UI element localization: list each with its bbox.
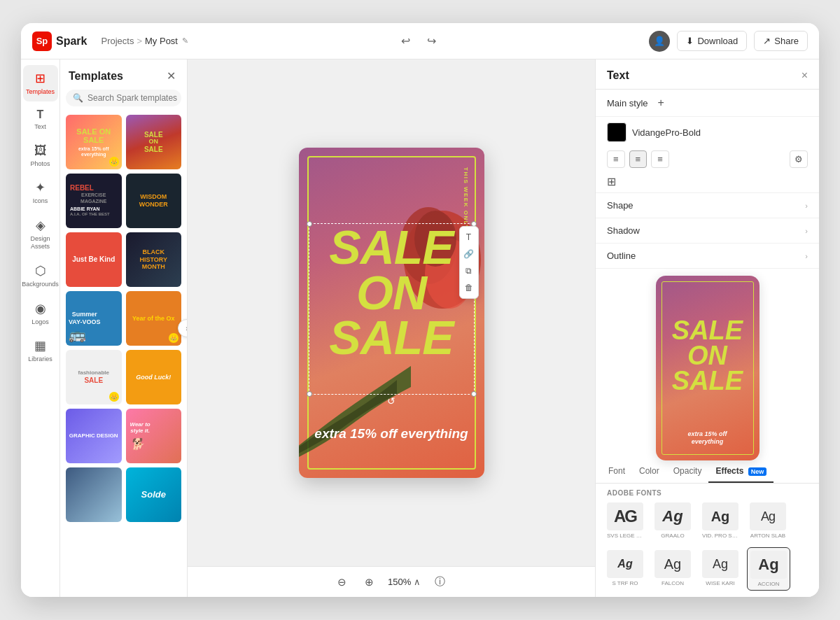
panel-title: Templates (69, 70, 123, 83)
text-settings-button[interactable]: ⚙ (790, 150, 808, 168)
font-item-8[interactable]: Ag ROSEC (604, 596, 646, 597)
color-swatch[interactable] (607, 122, 626, 142)
icons-icon: ✦ (35, 180, 46, 195)
breadcrumb: Projects > My Post ✎ (101, 36, 188, 46)
tab-font[interactable]: Font (601, 460, 632, 483)
font-item-5[interactable]: Ag FALCON (652, 547, 694, 591)
font-item-3[interactable]: Ag ARTON SLAB (747, 500, 789, 542)
font-item-1[interactable]: Ag GRAALO (652, 500, 694, 542)
template-row: fashionable SALE 👑 Good Luck! (66, 350, 181, 404)
template-thumb-13[interactable] (66, 467, 122, 522)
redo-button[interactable]: ↪ (423, 31, 440, 50)
avatar[interactable]: 👤 (649, 31, 670, 52)
icon-sidebar: ⊞ Templates T Text 🖼 Photos ✦ Icons ◈ De… (21, 59, 60, 597)
font-item-2[interactable]: Ag VID. PRO SEMI (699, 500, 741, 542)
template-thumb-11[interactable]: GRAPHIC DESIGN (66, 409, 122, 463)
template-thumb-14[interactable]: Solde (126, 467, 182, 522)
backgrounds-label: Backgrounds (22, 281, 59, 288)
share-button[interactable]: ↗ Share (754, 31, 808, 51)
context-menu-copy[interactable]: ⧉ (460, 262, 478, 279)
text-icon: T (37, 108, 44, 121)
template-thumb-2[interactable]: SALE ON SALE (126, 115, 182, 169)
font-item-ag[interactable]: AG SVS LEGE VOC (604, 500, 646, 542)
sidebar-item-photos[interactable]: 🖼 Photos (23, 138, 58, 174)
canvas-sub-text[interactable]: extra 15% off everything (312, 425, 472, 443)
edit-title-icon[interactable]: ✎ (182, 36, 188, 45)
zoom-out-button[interactable]: ⊖ (333, 573, 351, 591)
font-item-4[interactable]: Ag S TRF RO (604, 547, 646, 591)
template-thumb-5[interactable]: Just Be Kind (66, 232, 122, 287)
align-right-button[interactable]: ≡ (651, 150, 669, 168)
template-thumb-10[interactable]: Good Luck! (126, 350, 182, 404)
outline-row[interactable]: Outline › (596, 243, 819, 268)
template-thumb-1[interactable]: SALE ON SALE extra 15% off everything 👑 (66, 115, 122, 169)
tab-opacity[interactable]: Opacity (666, 460, 709, 483)
context-menu-delete[interactable]: 🗑 (460, 279, 478, 296)
templates-label: Templates (26, 88, 55, 96)
sidebar-item-templates[interactable]: ⊞ Templates (23, 65, 58, 101)
canvas-info-button[interactable]: ⓘ (430, 572, 449, 591)
design-canvas[interactable]: SALE ON SALE extra 15% off everything TH… (299, 148, 484, 478)
font-preview-5: Ag (654, 550, 691, 578)
selection-handle-tl[interactable] (307, 221, 312, 227)
font-preview-ag: AG (607, 502, 643, 530)
sidebar-item-backgrounds[interactable]: ⬡ Backgrounds (23, 258, 58, 294)
shape-label: Shape (607, 200, 634, 211)
tab-color[interactable]: Color (632, 460, 666, 483)
template-thumb-6[interactable]: BLACKHISTORYMONTH (126, 232, 182, 287)
canvas-top-text: THIS WEEK ONLY (463, 167, 469, 230)
font-grid: AG SVS LEGE VOC Ag GRAALO Ag VID. PRO SE… (596, 500, 819, 597)
template-thumb-12[interactable]: Wear tostyle it. 🐕 (126, 409, 182, 463)
shadow-chevron-icon: › (805, 227, 808, 235)
font-item-7[interactable]: Ag ACCION (747, 547, 790, 591)
right-panel-close-button[interactable]: × (802, 69, 808, 82)
right-panel-title: Text (607, 69, 629, 82)
sidebar-item-libraries[interactable]: ▦ Libraries (23, 332, 58, 369)
effects-new-badge: New (748, 467, 767, 476)
zoom-in-button[interactable]: ⊕ (360, 573, 378, 591)
backgrounds-icon: ⬡ (35, 263, 46, 279)
context-menu-text[interactable]: T (460, 229, 478, 246)
sidebar-item-icons[interactable]: ✦ Icons (23, 174, 58, 211)
text-label: Text (34, 123, 46, 131)
template-thumb-8[interactable]: Year of the Ox 👑 (126, 291, 182, 346)
sidebar-item-design-assets[interactable]: ◈ Design Assets (23, 212, 58, 256)
template-thumb-3[interactable]: REBEL EXERCISE MAGAZINE ABBIE RYAN A.I.A… (66, 174, 122, 228)
body: ⊞ Templates T Text 🖼 Photos ✦ Icons ◈ De… (21, 59, 819, 597)
rotate-handle[interactable]: ↺ (387, 395, 396, 407)
template-thumb-7[interactable]: SummerVAY-VOOS 🚌 (66, 291, 122, 346)
canvas-area: SALE ON SALE extra 15% off everything TH… (188, 59, 595, 597)
font-preview-1: Ag (654, 502, 691, 530)
search-icon: 🔍 (73, 93, 83, 103)
canvas-workspace: SALE ON SALE extra 15% off everything TH… (188, 59, 595, 566)
align-center-button[interactable]: ≡ (629, 150, 648, 168)
sidebar-item-text[interactable]: T Text (23, 103, 58, 136)
tab-effects[interactable]: Effects New (708, 460, 774, 483)
template-thumb-9[interactable]: fashionable SALE 👑 (66, 350, 122, 404)
right-panel: Text × Main style + VidangePro-Bold ≡ ≡ … (595, 59, 819, 597)
font-item-label: SVS LEGE VOC (607, 533, 643, 539)
template-row: SALE ON SALE extra 15% off everything 👑 … (66, 115, 181, 169)
template-thumb-4[interactable]: WISDOMWONDER (126, 174, 182, 228)
zoom-stepper[interactable]: ∧ (414, 577, 421, 587)
sidebar-item-logos[interactable]: ◉ Logos (23, 295, 58, 332)
templates-icon: ⊞ (35, 71, 46, 86)
undo-button[interactable]: ↩ (397, 31, 414, 50)
font-item-6[interactable]: Ag WISE KARI (699, 547, 741, 591)
grid-icon-row: ⊞ (596, 171, 819, 192)
add-style-button[interactable]: + (655, 97, 667, 109)
font-item-label-7: ACCION (757, 581, 779, 587)
align-left-button[interactable]: ≡ (607, 150, 625, 168)
download-label: Download (697, 36, 738, 46)
shape-row[interactable]: Shape › (596, 192, 819, 218)
context-menu-link[interactable]: 🔗 (460, 246, 478, 262)
search-input[interactable] (88, 93, 188, 103)
breadcrumb-parent[interactable]: Projects (101, 36, 134, 46)
font-name-label: VidangePro-Bold (632, 127, 808, 138)
selection-handle-br[interactable] (471, 391, 477, 397)
font-item-9[interactable]: Ag FLASSANTE (652, 596, 694, 597)
shadow-row[interactable]: Shadow › (596, 218, 819, 243)
download-button[interactable]: ⬇ Download (677, 31, 747, 51)
selection-handle-bl[interactable] (307, 391, 312, 397)
panel-close-button[interactable]: ✕ (164, 68, 178, 84)
